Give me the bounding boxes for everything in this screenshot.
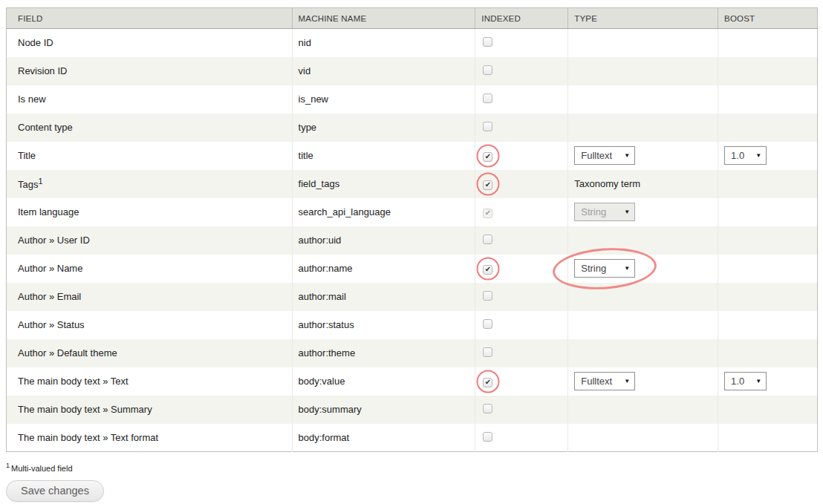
machine-name: type xyxy=(299,122,317,133)
machine-name: title xyxy=(299,150,313,161)
boost-cell xyxy=(718,255,818,283)
type-cell: String▼ xyxy=(568,198,718,226)
field-cell: Author » Default theme xyxy=(7,339,293,367)
type-select[interactable]: String▼ xyxy=(574,259,635,278)
table-row: Titletitle✔Fulltext▼1.0▼ xyxy=(7,142,818,170)
machine-name-cell: search_api_language xyxy=(292,198,475,226)
boost-select-wrap: 1.0▼ xyxy=(724,146,767,165)
table-row: Is newis_new xyxy=(7,85,818,114)
machine-name-cell: author:status xyxy=(292,311,475,339)
type-select-wrap: Fulltext▼ xyxy=(574,372,635,390)
indexed-checkbox-wrap xyxy=(483,291,492,303)
machine-name-cell: title xyxy=(292,142,475,170)
indexed-checkbox[interactable] xyxy=(483,37,492,47)
indexed-checkbox-wrap xyxy=(483,94,492,105)
boost-select-value: 1.0 xyxy=(731,150,744,161)
indexed-checkbox-wrap: ✔ xyxy=(483,263,492,275)
type-select[interactable]: Fulltext▼ xyxy=(574,146,635,165)
indexed-checkbox-wrap: ✔ xyxy=(483,376,492,387)
table-row: The main body text » Text formatbody:for… xyxy=(7,424,818,452)
field-cell: Node ID xyxy=(7,29,293,57)
search-api-fields-page: FIELDMACHINE NAMEINDEXEDTYPEBOOST Node I… xyxy=(0,7,823,504)
type-cell xyxy=(568,396,718,424)
machine-name: body:summary xyxy=(299,404,362,415)
indexed-checkbox[interactable] xyxy=(483,94,492,103)
type-select-value: Fulltext xyxy=(581,376,612,387)
type-select-wrap: Fulltext▼ xyxy=(574,146,635,165)
boost-cell: 1.0▼ xyxy=(718,367,818,396)
indexed-checkbox-wrap xyxy=(483,404,492,416)
boost-cell xyxy=(718,170,818,198)
indexed-checkbox[interactable] xyxy=(483,432,492,442)
boost-cell xyxy=(718,29,818,57)
field-cell: Item language xyxy=(7,198,293,226)
boost-cell xyxy=(718,114,818,142)
field-label: Author » User ID xyxy=(18,235,90,246)
field-label: The main body text » Text xyxy=(18,376,129,387)
type-cell xyxy=(568,29,718,57)
table-row: The main body text » Textbody:value✔Full… xyxy=(7,367,818,396)
field-label: Node ID xyxy=(18,37,53,48)
boost-cell xyxy=(718,283,818,311)
machine-name: nid xyxy=(299,37,311,48)
indexed-checkbox[interactable] xyxy=(483,122,492,131)
indexed-checkbox[interactable]: ✔ xyxy=(483,180,492,190)
dropdown-arrow-icon: ▼ xyxy=(755,152,761,159)
machine-name: author:uid xyxy=(299,235,342,246)
indexed-cell xyxy=(475,311,568,339)
indexed-checkbox[interactable] xyxy=(483,291,492,301)
machine-name-cell: is_new xyxy=(292,85,475,114)
machine-name: author:status xyxy=(299,319,354,330)
type-cell xyxy=(568,114,718,142)
field-label: Revision ID xyxy=(18,65,67,76)
type-cell xyxy=(568,424,718,452)
field-label: Is new xyxy=(18,94,46,105)
dropdown-arrow-icon: ▼ xyxy=(624,152,630,159)
type-select-value: String xyxy=(581,206,606,217)
boost-select-wrap: 1.0▼ xyxy=(724,372,767,390)
indexed-checkbox[interactable] xyxy=(483,404,492,413)
table-row: Author » Default themeauthor:theme xyxy=(7,339,818,367)
boost-select[interactable]: 1.0▼ xyxy=(724,146,767,165)
indexed-cell xyxy=(475,396,568,424)
indexed-checkbox[interactable] xyxy=(483,319,492,329)
type-select[interactable]: Fulltext▼ xyxy=(574,372,635,390)
indexed-checkbox[interactable] xyxy=(483,347,492,357)
field-cell: The main body text » Text xyxy=(7,367,293,396)
boost-cell xyxy=(718,85,818,114)
machine-name-cell: body:format xyxy=(292,424,475,452)
boost-cell xyxy=(718,339,818,367)
table-row: Node IDnid xyxy=(7,29,818,57)
type-text: Taxonomy term xyxy=(574,178,640,189)
table-row: Content typetype xyxy=(7,114,818,142)
indexed-checkbox[interactable] xyxy=(483,235,492,244)
field-label: The main body text » Text format xyxy=(18,432,158,443)
table-row: The main body text » Summarybody:summary xyxy=(7,396,818,424)
machine-name: field_tags xyxy=(299,178,340,189)
indexed-cell: ✔ xyxy=(475,255,568,283)
table-body: Node IDnidRevision IDvidIs newis_newCont… xyxy=(7,29,818,452)
type-select-value: Fulltext xyxy=(581,150,612,161)
machine-name: vid xyxy=(299,65,311,76)
indexed-checkbox[interactable]: ✔ xyxy=(483,378,492,387)
machine-name-cell: field_tags xyxy=(292,170,475,198)
type-select-wrap: String▼ xyxy=(574,203,635,221)
indexed-checkbox[interactable]: ✔ xyxy=(483,265,492,275)
field-label: Author » Default theme xyxy=(18,347,117,359)
column-header-indexed: INDEXED xyxy=(475,8,568,29)
indexed-cell xyxy=(475,29,568,57)
machine-name: is_new xyxy=(299,94,328,105)
boost-cell xyxy=(718,57,818,85)
indexed-cell: ✔ xyxy=(475,142,568,170)
field-label: Title xyxy=(18,150,36,161)
machine-name-cell: author:mail xyxy=(292,283,475,311)
indexed-checkbox: ✔ xyxy=(483,209,492,218)
indexed-checkbox[interactable] xyxy=(483,65,492,75)
save-changes-button[interactable]: Save changes xyxy=(6,480,104,502)
table-row: Author » User IDauthor:uid xyxy=(7,226,818,255)
table-row: Author » Emailauthor:mail xyxy=(7,283,818,311)
indexed-checkbox-wrap xyxy=(483,37,492,49)
boost-select[interactable]: 1.0▼ xyxy=(724,372,767,390)
indexed-checkbox[interactable]: ✔ xyxy=(483,152,492,162)
indexed-cell: ✔ xyxy=(475,170,568,198)
